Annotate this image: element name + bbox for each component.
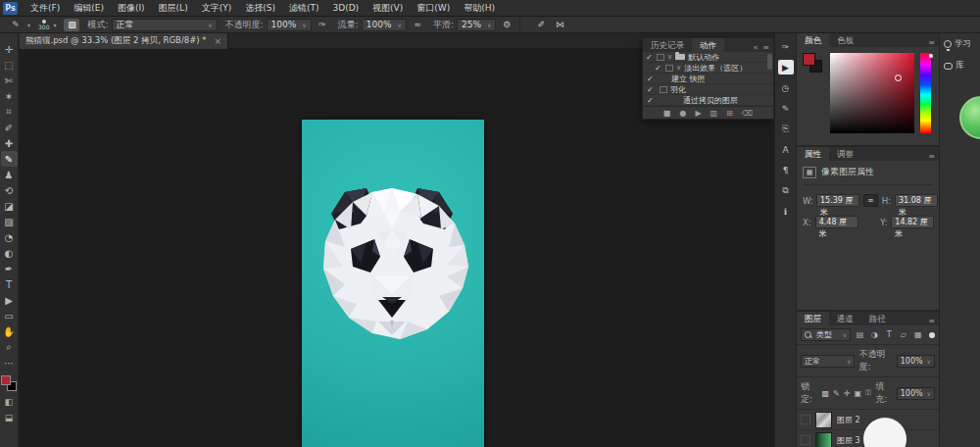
type-tool[interactable]: T	[1, 276, 18, 292]
action-row-feather[interactable]: ✓ 羽化	[643, 84, 773, 95]
color-picker-ring[interactable]	[895, 74, 902, 81]
stop-icon[interactable]: ■	[663, 109, 671, 118]
check-icon[interactable]: ✓	[647, 74, 655, 83]
play-icon[interactable]: ▶	[695, 109, 701, 118]
layer-opacity-select[interactable]: 100% ∨	[897, 355, 935, 368]
lock-pixels-icon[interactable]: ✎	[833, 389, 840, 398]
menu-edit[interactable]: 编辑(E)	[67, 0, 111, 17]
pressure-opacity-icon[interactable]: ✑	[315, 19, 330, 31]
menu-select[interactable]: 选择(S)	[238, 0, 282, 17]
lasso-tool[interactable]: ✄	[1, 73, 18, 88]
new-set-icon[interactable]: ▥	[710, 109, 718, 118]
brush-tool[interactable]: ✎	[1, 151, 18, 167]
flow-select[interactable]: 100% ∨	[362, 19, 407, 31]
menu-layer[interactable]: 图层(L)	[152, 0, 195, 17]
smoothing-gear-icon[interactable]: ⚙	[499, 19, 514, 31]
pressure-size-icon[interactable]: ✐	[533, 19, 549, 31]
dialog-toggle-box[interactable]	[660, 86, 667, 93]
visibility-eye-toggle[interactable]	[801, 435, 810, 445]
action-row-layer-via-copy[interactable]: ✓ 通过拷贝的图层	[643, 95, 773, 106]
filter-shape-layers-icon[interactable]: ▱	[899, 330, 909, 339]
dialog-toggle-box[interactable]	[665, 65, 673, 72]
hand-tool[interactable]: ✋	[1, 323, 18, 339]
panel-menu-icon[interactable]: ≡	[928, 38, 935, 47]
brush-settings-panel-icon[interactable]: ✑	[778, 39, 794, 54]
actions-panel-icon[interactable]: ▶	[778, 60, 794, 74]
info-panel-icon[interactable]: ℹ	[778, 204, 794, 219]
brushes-panel-icon[interactable]: ✎	[778, 101, 794, 116]
menu-filter[interactable]: 滤镜(T)	[282, 0, 326, 17]
check-icon[interactable]: ✓	[647, 85, 655, 94]
document-tab[interactable]: 熊猫镶.psd @ 33.3% (图层 2 拷贝, RGB/8#) * ×	[20, 33, 228, 49]
menu-file[interactable]: 文件(F)	[24, 0, 67, 17]
history-brush-tool[interactable]: ⟲	[1, 182, 18, 198]
tab-actions[interactable]: 动作	[692, 38, 724, 52]
screen-mode-button[interactable]: ⬓	[5, 413, 14, 422]
blur-tool[interactable]: ◔	[1, 229, 18, 245]
panel-menu-icon[interactable]: ≡	[928, 152, 935, 161]
eraser-tool[interactable]: ◪	[1, 198, 18, 214]
visibility-eye-toggle[interactable]	[801, 415, 810, 424]
path-selection-tool[interactable]: ▶	[1, 292, 18, 308]
filter-adjustment-layers-icon[interactable]: ◑	[869, 330, 880, 339]
new-action-icon[interactable]: ⊞	[726, 109, 733, 118]
menu-view[interactable]: 视图(V)	[366, 0, 410, 17]
toggle-brush-panel-icon[interactable]: ▧	[64, 19, 79, 31]
lock-transparency-icon[interactable]: ▩	[822, 389, 830, 398]
action-row-vignette[interactable]: ✓ ∨ 淡出效果（选区）	[643, 63, 773, 74]
tab-swatches[interactable]: 色板	[829, 33, 861, 47]
clone-source-panel-icon[interactable]: ⎘	[778, 122, 794, 136]
expand-arrow-icon[interactable]: ∨	[667, 53, 672, 61]
floating-assistant-orb[interactable]	[959, 96, 980, 139]
filter-toggle-icon[interactable]	[929, 332, 935, 338]
menu-window[interactable]: 窗口(W)	[410, 0, 457, 17]
blend-mode-select[interactable]: 正常 ∨	[112, 19, 218, 31]
clone-stamp-tool[interactable]: ♟	[1, 167, 18, 182]
hue-slider-marker[interactable]	[929, 54, 933, 58]
check-icon[interactable]: ✓	[655, 64, 662, 73]
saturation-brightness-field[interactable]	[830, 53, 914, 133]
learn-panel-button[interactable]: 学习	[940, 33, 980, 50]
tab-history[interactable]: 历史记录	[643, 38, 692, 52]
panel-menu-icon[interactable]: ≡	[928, 317, 935, 325]
foreground-color-swatch[interactable]	[803, 53, 815, 66]
lock-artboard-icon[interactable]: ▣	[855, 389, 862, 398]
height-field[interactable]: 31.08 厘米	[895, 194, 938, 207]
layer-fill-select[interactable]: 100% ∨	[897, 387, 935, 400]
action-row-make-snapshot[interactable]: ✓ 建立 快照	[643, 74, 773, 84]
layer-thumbnail[interactable]	[815, 412, 832, 428]
y-field[interactable]: 14.82 厘米	[891, 216, 934, 228]
check-icon[interactable]: ✓	[647, 96, 655, 105]
tab-adjustments[interactable]: 调整	[829, 147, 861, 161]
tab-channels[interactable]: 通道	[829, 312, 861, 325]
edit-toolbar-button[interactable]: ⋯	[1, 355, 18, 371]
menu-image[interactable]: 图像(I)	[111, 0, 152, 17]
symmetry-icon[interactable]: ⋈	[552, 19, 567, 31]
smoothing-select[interactable]: 25% ∨	[457, 19, 496, 31]
scrollbar[interactable]	[767, 54, 772, 70]
tab-layers[interactable]: 图层	[797, 312, 829, 325]
healing-brush-tool[interactable]: ✚	[1, 135, 18, 151]
layer-blend-mode-select[interactable]: 正常 ∨	[801, 355, 855, 368]
x-field[interactable]: 4.48 厘米	[815, 216, 858, 228]
lock-position-icon[interactable]: ✛	[844, 389, 851, 398]
shape-tool[interactable]: ▭	[1, 308, 18, 323]
hue-slider[interactable]	[920, 53, 931, 133]
layer-comps-panel-icon[interactable]: ⧉	[778, 183, 794, 198]
tab-properties[interactable]: 属性	[797, 147, 829, 161]
link-dimensions-icon[interactable]: ∞	[863, 194, 878, 207]
document-canvas[interactable]	[302, 120, 484, 447]
dodge-tool[interactable]: ◐	[1, 245, 18, 261]
zoom-tool[interactable]: ⌕	[1, 339, 18, 355]
filter-smart-objects-icon[interactable]: ▦	[912, 330, 923, 339]
width-field[interactable]: 15.39 厘米	[816, 194, 859, 207]
filter-type-layers-icon[interactable]: T	[884, 330, 895, 339]
pen-tool[interactable]: ✒	[1, 261, 18, 276]
tab-color[interactable]: 颜色	[797, 33, 829, 47]
menu-3d[interactable]: 3D(D)	[325, 0, 366, 17]
record-icon[interactable]: ●	[679, 109, 686, 118]
expand-arrow-icon[interactable]: ∨	[676, 64, 681, 72]
foreground-color-swatch[interactable]	[1, 375, 11, 385]
collapse-panel-icon[interactable]: «	[753, 43, 758, 52]
brush-preset-picker[interactable]: 300 ▾	[38, 20, 56, 29]
